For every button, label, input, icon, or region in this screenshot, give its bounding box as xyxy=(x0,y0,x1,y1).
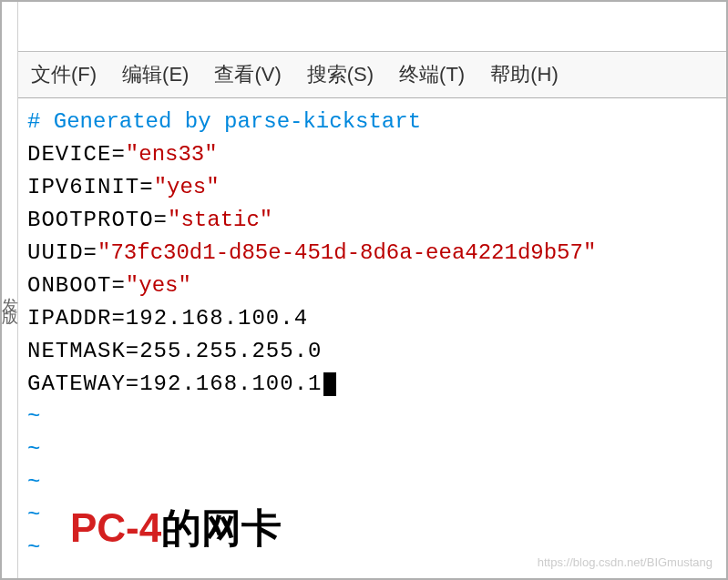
gateway-key: GATEWAY= xyxy=(27,371,139,396)
line-netmask: NETMASK=255.255.255.0 xyxy=(27,335,717,368)
editor-area[interactable]: # Generated by parse-kickstart DEVICE="e… xyxy=(18,98,726,572)
tilde-line-3: ~ xyxy=(27,466,717,499)
netmask-key: NETMASK= xyxy=(27,339,139,363)
menu-help[interactable]: 帮助(H) xyxy=(477,56,571,94)
bootproto-val: "static" xyxy=(168,208,272,232)
menu-edit[interactable]: 编辑(E) xyxy=(109,56,201,94)
comment-text: # Generated by parse-kickstart xyxy=(27,109,421,134)
tilde-line-1: ~ xyxy=(27,401,717,433)
ipaddr-key: IPADDR= xyxy=(27,306,126,331)
uuid-val: "73fc30d1-d85e-451d-8d6a-eea4221d9b57" xyxy=(97,240,596,265)
line-uuid: UUID="73fc30d1-d85e-451d-8d6a-eea4221d9b… xyxy=(27,237,717,270)
line-ipv6: IPV6INIT="yes" xyxy=(27,171,717,204)
line-comment: # Generated by parse-kickstart xyxy=(27,106,717,138)
top-blank-area xyxy=(18,2,726,52)
menu-bar: 文件(F) 编辑(E) 查看(V) 搜索(S) 终端(T) 帮助(H) xyxy=(18,52,726,98)
onboot-key: ONBOOT= xyxy=(27,273,126,298)
annotation-red: PC-4 xyxy=(70,505,161,550)
netmask-val: 255.255.255.0 xyxy=(139,339,322,363)
window-frame: 发 版 文件(F) 编辑(E) 查看(V) 搜索(S) 终端(T) 帮助(H) … xyxy=(0,0,728,580)
uuid-key: UUID= xyxy=(27,240,97,265)
tilde-line-2: ~ xyxy=(27,433,717,466)
line-gateway: GATEWAY=192.168.100.1 xyxy=(27,368,717,401)
line-device: DEVICE="ens33" xyxy=(27,138,717,171)
ipv6-key: IPV6INIT= xyxy=(27,175,154,199)
ipaddr-val: 192.168.100.4 xyxy=(126,306,308,331)
line-ipaddr: IPADDR=192.168.100.4 xyxy=(27,302,717,335)
left-sidebar: 发 版 xyxy=(2,2,18,578)
cursor-icon xyxy=(323,372,336,396)
ipv6-val: "yes" xyxy=(154,175,220,199)
gateway-val: 192.168.100.1 xyxy=(139,371,322,396)
bootproto-key: BOOTPROTO= xyxy=(27,208,168,232)
line-bootproto: BOOTPROTO="static" xyxy=(27,204,717,237)
watermark-text: https://blog.csdn.net/BIGmustang xyxy=(538,555,713,569)
menu-view[interactable]: 查看(V) xyxy=(201,56,293,94)
onboot-val: "yes" xyxy=(126,273,191,298)
line-onboot: ONBOOT="yes" xyxy=(27,270,717,302)
menu-terminal[interactable]: 终端(T) xyxy=(386,56,477,94)
device-val: "ens33" xyxy=(126,142,218,167)
menu-file[interactable]: 文件(F) xyxy=(18,56,109,94)
annotation-black: 的网卡 xyxy=(161,505,282,550)
device-key: DEVICE= xyxy=(27,142,126,167)
menu-search[interactable]: 搜索(S) xyxy=(294,56,386,94)
annotation-label: PC-4的网卡 xyxy=(70,502,282,555)
